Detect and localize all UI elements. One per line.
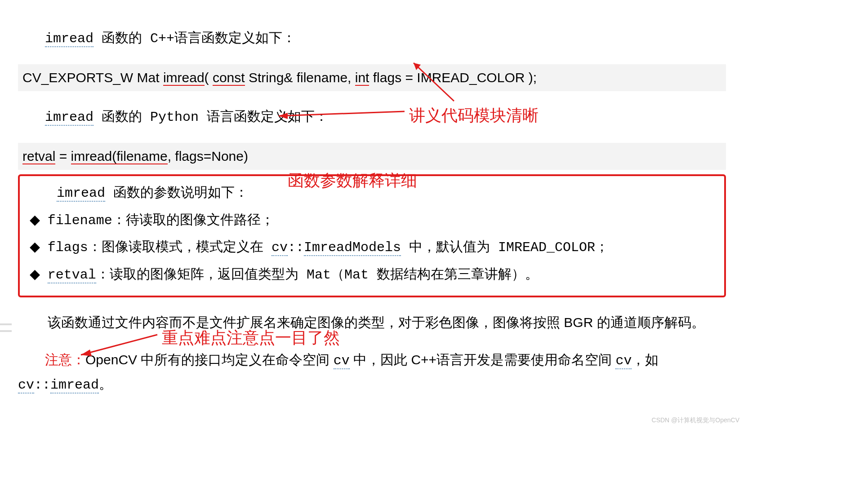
margin-notch xyxy=(0,323,12,325)
param-retval: ◆ retval：读取的图像矩阵，返回值类型为 Mat（Mat 数据结构在第三章… xyxy=(30,262,714,287)
param-text: flags：图像读取模式，模式定义在 xyxy=(48,240,272,255)
code-underline: imread xyxy=(163,70,205,86)
code-text: ( xyxy=(205,70,213,85)
diamond-bullet: ◆ xyxy=(30,262,39,286)
note-underline: cv xyxy=(334,353,350,369)
code-text: = xyxy=(55,149,71,164)
code-text: , flags=None) xyxy=(168,149,248,164)
word-imread: imread 函数的 C++语言函数定义如下： xyxy=(45,31,296,47)
note-text: ，如 xyxy=(632,352,659,367)
note-label: 注意： xyxy=(45,352,85,367)
param-flags: ◆ flags：图像读取模式，模式定义在 cv::ImreadModels 中，… xyxy=(30,235,714,260)
code-underline: retval xyxy=(22,149,55,164)
note-underline: imread xyxy=(50,377,99,394)
param-underline: cv xyxy=(272,240,288,256)
param-text: filename：待读取的图像文件路径； xyxy=(48,213,274,228)
code-underline: imread(filename xyxy=(71,149,168,164)
note-text: OpenCV 中所有的接口均定义在命令空间 xyxy=(85,352,334,367)
parameters-box: imread 函数的参数说明如下： ◆ filename：待读取的图像文件路径；… xyxy=(18,174,726,297)
param-text: ：读取的图像矩阵，返回值类型为 Mat（Mat 数据结构在第三章讲解）。 xyxy=(96,267,539,283)
code-text: CV_EXPORTS_W Mat xyxy=(22,70,163,85)
word-imread: imread 函数的 Python 语言函数定义如下： xyxy=(45,110,328,126)
params-intro: imread 函数的参数说明如下： xyxy=(30,181,714,205)
code-text: String& filename, xyxy=(245,70,355,85)
word-imread: imread 函数的参数说明如下： xyxy=(57,186,248,202)
margin-notch xyxy=(0,330,12,332)
param-underline: retval xyxy=(48,267,96,283)
diamond-bullet: ◆ xyxy=(30,208,39,232)
watermark: CSDN @计算机视觉与OpenCV xyxy=(652,415,739,426)
note-underline: cv xyxy=(18,377,34,394)
description-line: 该函数通过文件内容而不是文件扩展名来确定图像的类型，对于彩色图像，图像将按照 B… xyxy=(18,311,726,335)
param-text: :: xyxy=(288,240,304,255)
code-underline: const xyxy=(213,70,245,86)
note-text: 。 xyxy=(99,376,112,391)
note-underline: cv xyxy=(615,353,632,369)
note-text: :: xyxy=(34,377,50,393)
param-text: 中，默认值为 IMREAD_COLOR； xyxy=(401,240,609,255)
param-filename: ◆ filename：待读取的图像文件路径； xyxy=(30,208,714,233)
note-text: 中，因此 C++语言开发是需要使用命名空间 xyxy=(350,352,616,367)
code-underline: int xyxy=(355,70,369,86)
param-underline: ImreadModels xyxy=(304,240,401,256)
python-code-block: retval = imread(filename, flags=None) xyxy=(18,143,726,170)
cpp-code-block: CV_EXPORTS_W Mat imread( const String& f… xyxy=(18,64,726,92)
diamond-bullet: ◆ xyxy=(30,235,39,259)
cpp-intro-line: imread 函数的 C++语言函数定义如下： xyxy=(18,26,726,51)
document-page: imread 函数的 C++语言函数定义如下： CV_EXPORTS_W Mat… xyxy=(0,0,744,428)
python-intro-line: imread 函数的 Python 语言函数定义如下： xyxy=(18,105,726,129)
code-text: flags = IMREAD_COLOR ); xyxy=(369,70,537,85)
note-line: 注意：OpenCV 中所有的接口均定义在命令空间 cv 中，因此 C++语言开发… xyxy=(18,348,726,397)
